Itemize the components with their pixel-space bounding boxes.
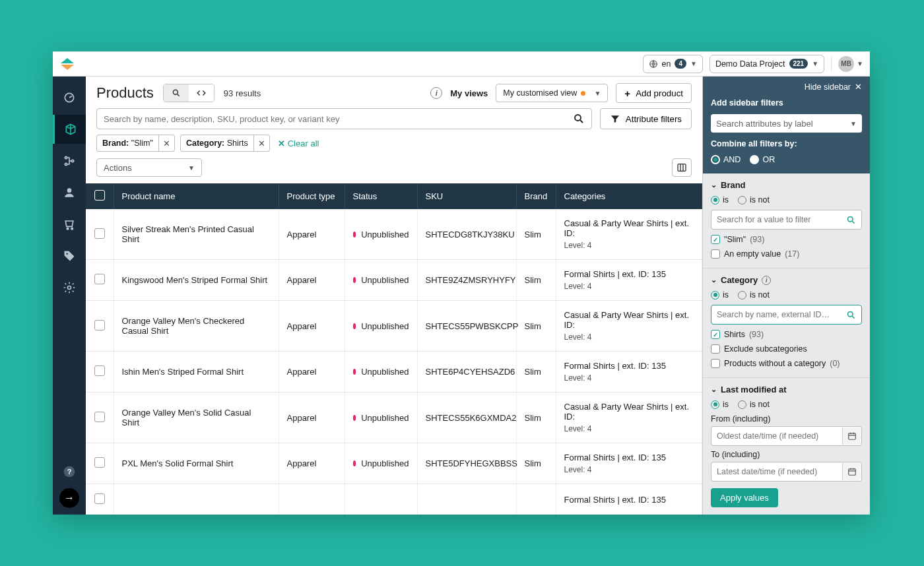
category-option-shirts[interactable]: Shirts (93) (711, 330, 862, 339)
bulk-actions-select[interactable]: Actions ▼ (96, 158, 202, 177)
calendar-icon[interactable] (842, 427, 861, 445)
attribute-search-select[interactable]: Search attributes by label ▼ (711, 114, 862, 133)
table-row[interactable]: Silver Streak Men's Printed Casual Shirt… (86, 209, 702, 260)
avatar: MB (838, 56, 854, 72)
nav-expand-icon[interactable]: → (59, 488, 79, 508)
to-label: To (including) (711, 450, 862, 459)
chevron-down-icon: ⌄ (711, 276, 717, 284)
column-manager-button[interactable] (672, 158, 692, 177)
hide-sidebar-label[interactable]: Hide sidebar (805, 82, 851, 92)
calendar-icon[interactable] (842, 463, 861, 480)
filter-category-header[interactable]: ⌄ Category i (711, 275, 862, 285)
project-selector[interactable]: Demo Data Project 221 ▼ (710, 55, 824, 73)
nav-discounts[interactable] (53, 241, 86, 270)
filter-brand-header[interactable]: ⌄ Brand (711, 180, 862, 190)
nav-products[interactable] (53, 115, 86, 144)
chip-remove-icon[interactable]: ✕ (158, 135, 174, 151)
row-checkbox[interactable] (94, 412, 105, 422)
table-row[interactable]: Orange Valley Men's Solid Casual Shirt A… (86, 393, 702, 443)
row-checkbox[interactable] (94, 320, 105, 330)
info-icon[interactable]: i (762, 276, 771, 285)
table-row[interactable]: PXL Men's Solid Formal Shirt Apparel Unp… (86, 443, 702, 484)
nav-settings[interactable] (53, 273, 86, 302)
category-is-radio[interactable]: is (711, 290, 729, 299)
col-brand[interactable]: Brand (516, 183, 556, 209)
close-icon[interactable]: ✕ (855, 82, 862, 92)
globe-icon (649, 59, 658, 69)
modified-is-radio[interactable]: is (711, 400, 729, 409)
row-checkbox[interactable] (94, 228, 105, 239)
category-option-nocategory[interactable]: Products without a category (0) (711, 359, 862, 368)
brand-is-radio[interactable]: is (711, 195, 729, 204)
row-checkbox[interactable] (94, 493, 105, 504)
row-checkbox[interactable] (94, 274, 105, 284)
to-date-input[interactable] (717, 467, 856, 476)
radio-unchecked-icon (738, 291, 746, 299)
search-icon[interactable] (573, 113, 585, 125)
table-row[interactable]: Formal Shirts | ext. ID: 135 (86, 484, 702, 515)
search-input[interactable] (104, 114, 573, 124)
view-mode-code[interactable] (189, 84, 214, 102)
apply-values-button[interactable]: Apply values (711, 488, 778, 507)
category-isnot-radio[interactable]: is not (738, 290, 770, 299)
row-checkbox[interactable] (94, 365, 105, 376)
col-product-type[interactable]: Product type (279, 183, 345, 209)
brand-option-empty[interactable]: An empty value (17) (711, 249, 862, 259)
cell-name (114, 484, 279, 515)
main-content: Products 93 results i My views My cus (86, 77, 702, 515)
checkbox-icon (711, 344, 720, 354)
cell-categories: Formal Shirts | ext. ID: 135 (556, 484, 702, 515)
col-product-name[interactable]: Product name (114, 183, 279, 209)
table-row[interactable]: Orange Valley Men's Checkered Casual Shi… (86, 301, 702, 352)
brand-search-input[interactable] (717, 215, 846, 224)
nav-dashboard[interactable] (53, 83, 86, 112)
cell-brand: Slim (516, 352, 556, 393)
cell-sku: SHTECS55K6GXMDA2 (417, 393, 516, 443)
svg-point-2 (65, 156, 67, 158)
cell-status: Unpublished (345, 209, 417, 260)
nav-customers[interactable] (53, 178, 86, 207)
filter-category: ⌄ Category i is is not Shirts (93) (703, 268, 870, 378)
col-categories[interactable]: Categories (556, 183, 702, 209)
row-checkbox[interactable] (94, 457, 105, 468)
combine-and-radio[interactable]: AND (711, 155, 741, 164)
radio-checked-icon (711, 291, 719, 299)
nav-help[interactable]: ? (53, 462, 86, 482)
clear-all-filters[interactable]: ✕ Clear all (278, 139, 319, 148)
radio-checked-icon (711, 196, 719, 204)
cell-categories: Formal Shirts | ext. ID: 135Level: 4 (556, 352, 702, 393)
status-dot-icon (353, 369, 356, 375)
language-selector[interactable]: en 4 ▼ (643, 55, 703, 73)
add-filters-label: Add sidebar filters (711, 98, 862, 108)
col-status[interactable]: Status (345, 183, 417, 209)
table-row[interactable]: Kingswood Men's Striped Formal Shirt App… (86, 260, 702, 301)
cell-sku (417, 484, 516, 515)
from-date-input[interactable] (717, 431, 856, 441)
chevron-down-icon: ▼ (188, 164, 195, 172)
combine-or-radio[interactable]: OR (750, 155, 775, 164)
select-all-header[interactable] (86, 183, 114, 209)
view-selector[interactable]: My customised view ▼ (496, 84, 608, 102)
category-option-exclude-sub[interactable]: Exclude subcategories (711, 344, 862, 354)
table-row[interactable]: Ishin Men's Striped Formal Shirt Apparel… (86, 352, 702, 393)
info-icon[interactable]: i (430, 87, 442, 99)
brand-isnot-radio[interactable]: is not (738, 195, 770, 204)
brand-option-slim[interactable]: "Slim" (93) (711, 235, 862, 244)
status-dot-icon (353, 277, 356, 283)
filter-modified-header[interactable]: ⌄ Last modified at (711, 385, 862, 394)
add-product-button[interactable]: + Add product (616, 83, 692, 103)
category-search-input[interactable] (717, 310, 846, 319)
search-icon[interactable] (846, 215, 856, 225)
chip-remove-icon[interactable]: ✕ (253, 135, 269, 151)
cell-name: Silver Streak Men's Printed Casual Shirt (114, 209, 279, 260)
attribute-filters-button[interactable]: Attribute filters (600, 108, 692, 129)
view-mode-search[interactable] (164, 84, 189, 102)
search-icon[interactable] (846, 310, 856, 320)
col-sku[interactable]: SKU (417, 183, 516, 209)
modified-isnot-radio[interactable]: is not (738, 400, 770, 409)
cell-type: Apparel (279, 443, 345, 484)
user-menu[interactable]: MB ▼ (838, 56, 863, 72)
nav-categories[interactable] (53, 146, 86, 175)
checkbox-checked-icon (711, 330, 720, 339)
nav-orders[interactable] (53, 210, 86, 239)
